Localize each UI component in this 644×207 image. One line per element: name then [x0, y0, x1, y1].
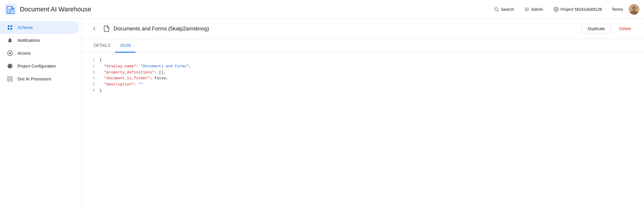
svg-rect-17 — [11, 28, 12, 30]
doc-ai-icon — [7, 76, 13, 82]
sidebar-item-schema[interactable]: Schema — [0, 21, 79, 34]
svg-line-5 — [497, 10, 499, 11]
json-val-display-name: "Documents and Forms" — [141, 64, 189, 68]
sidebar-doc-ai-label: Doc AI Processors — [18, 77, 51, 81]
project-config-icon — [7, 63, 13, 69]
sidebar-item-project-configuration[interactable]: Project Configuration — [0, 60, 79, 73]
sidebar-access-label: Access — [18, 51, 31, 56]
sidebar-item-doc-ai-processors[interactable]: Doc AI Processors — [0, 73, 79, 85]
app-title: Document AI Warehouse — [20, 6, 91, 13]
main-layout: Schema Notifications Access Project Conf… — [0, 19, 644, 207]
sidebar-notifications-label: Notifications — [18, 38, 40, 43]
sidebar-item-notifications[interactable]: Notifications — [0, 34, 79, 47]
admin-button[interactable]: Admin — [520, 4, 547, 14]
sidebar-item-access[interactable]: Access — [0, 47, 79, 60]
svg-point-9 — [525, 9, 526, 10]
admin-icon — [524, 7, 530, 12]
svg-point-24 — [9, 79, 10, 80]
document-icon — [103, 25, 110, 32]
json-key-description: "description" — [104, 82, 134, 87]
app-logo-icon — [5, 4, 16, 15]
svg-point-22 — [9, 78, 10, 79]
sidebar-project-config-label: Project Configuration — [18, 64, 56, 68]
json-key-property-definitions: "property_definitions" — [104, 70, 155, 75]
project-button[interactable]: Project 581814049128 — [549, 4, 606, 14]
json-line-4: 4 "document_is_folder": false, — [89, 75, 637, 82]
back-arrow-icon — [91, 26, 97, 32]
json-line-5-content: "description": "" — [100, 82, 143, 88]
duplicate-button[interactable]: Duplicate — [582, 24, 611, 34]
logo-section: Document AI Warehouse — [5, 4, 490, 15]
content-header: Documents and Forms (5katp2amsknog) Dupl… — [82, 19, 644, 39]
svg-point-23 — [10, 78, 11, 79]
user-avatar-icon — [629, 4, 639, 15]
svg-point-25 — [10, 79, 11, 80]
json-line-2-content: "display_name": "Documents and Forms", — [100, 63, 191, 70]
sidebar: Schema Notifications Access Project Conf… — [0, 19, 82, 207]
tab-bar: DETAILS JSON — [82, 39, 644, 53]
svg-rect-14 — [8, 25, 10, 27]
schema-icon — [7, 25, 13, 30]
app-header: Document AI Warehouse Search Admin Pr — [0, 0, 644, 19]
json-line-6: 6 } — [89, 88, 637, 94]
back-button[interactable] — [89, 23, 100, 34]
line-number-4: 4 — [89, 75, 95, 82]
svg-rect-16 — [8, 28, 10, 30]
sidebar-schema-label: Schema — [18, 25, 32, 30]
json-val-document-is-folder: false — [154, 76, 166, 80]
gear-icon — [554, 7, 559, 12]
terms-button[interactable]: Terms — [608, 5, 626, 14]
line-number-5: 5 — [89, 82, 95, 88]
svg-point-10 — [556, 8, 557, 10]
line-number-2: 2 — [89, 63, 95, 70]
svg-point-4 — [495, 8, 498, 11]
content-title: Documents and Forms (5katp2amsknog) — [114, 26, 578, 32]
json-key-display-name: "display_name" — [104, 64, 136, 68]
project-label: Project 581814049128 — [561, 7, 602, 12]
json-close-brace: } — [100, 88, 102, 94]
line-number-1: 1 — [89, 57, 95, 63]
json-val-description: "" — [138, 82, 143, 87]
header-actions: Search Admin Project 581814049128 Terms — [490, 4, 639, 15]
json-val-property-definitions: [] — [159, 70, 164, 75]
svg-point-19 — [9, 52, 11, 54]
svg-rect-21 — [8, 77, 12, 81]
delete-button[interactable]: Delete — [614, 24, 637, 33]
json-line-3-content: "property_definitions": [], — [100, 70, 166, 76]
tab-json[interactable]: JSON — [115, 39, 135, 53]
access-icon — [7, 50, 13, 56]
json-open-brace: { — [100, 57, 102, 63]
content-area: Documents and Forms (5katp2amsknog) Dupl… — [82, 19, 644, 207]
json-line-5: 5 "description": "" — [89, 82, 637, 88]
notifications-icon — [7, 37, 13, 43]
json-line-4-content: "document_is_folder": false, — [100, 75, 168, 82]
svg-point-12 — [632, 6, 636, 10]
json-line-3: 3 "property_definitions": [], — [89, 70, 637, 76]
admin-label: Admin — [531, 7, 543, 12]
line-number-3: 3 — [89, 70, 95, 76]
search-label: Search — [501, 7, 514, 12]
search-button[interactable]: Search — [490, 4, 518, 14]
json-line-1: 1 { — [89, 57, 637, 63]
search-icon — [494, 7, 499, 12]
tab-details[interactable]: DETAILS — [89, 39, 115, 53]
avatar[interactable] — [629, 4, 639, 15]
line-number-6: 6 — [89, 88, 95, 94]
json-editor: 1 { 2 "display_name": "Documents and For… — [82, 53, 644, 99]
action-buttons: Duplicate Delete — [582, 24, 637, 34]
json-line-2: 2 "display_name": "Documents and Forms", — [89, 63, 637, 70]
svg-rect-15 — [11, 25, 12, 27]
json-key-document-is-folder: "document_is_folder" — [104, 76, 150, 80]
